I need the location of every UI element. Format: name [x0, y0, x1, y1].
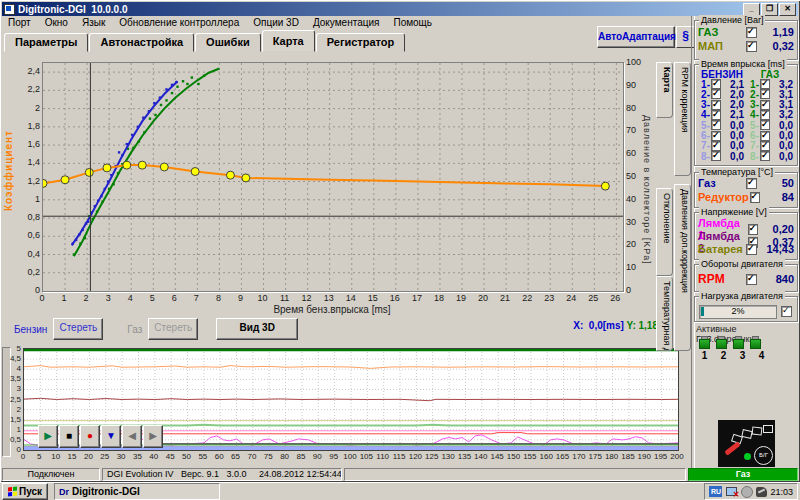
osc-y-tick: 4 [2, 364, 21, 373]
osc-x-tick: 30 [113, 452, 129, 461]
row-checkbox[interactable] [750, 192, 760, 203]
main-x-tick: 8 [208, 293, 228, 303]
play-icon[interactable]: ▶ [38, 425, 58, 448]
main-x-tick: 13 [319, 293, 339, 303]
taskbar-clock: 21:03 [770, 487, 793, 497]
pressure-group: Давление [Bar] ГАЗ 1,19 МАП 0,32 [694, 20, 798, 60]
load-checkbox[interactable] [781, 306, 792, 317]
tab-3[interactable]: Карта [262, 30, 315, 52]
tray-circle-icon[interactable] [741, 486, 753, 498]
main-y-tick-left: 0,2 [14, 267, 40, 277]
menu-item-4[interactable]: Опции 3D [253, 17, 299, 28]
network-disconnected-icon[interactable]: ✕ [725, 486, 738, 497]
side-tab-outer-0[interactable]: RPM коррекция [674, 62, 691, 176]
pressure-map-checkbox[interactable] [746, 41, 757, 52]
menu-item-3[interactable]: Обновление контроллера [119, 17, 239, 28]
menu-item-5[interactable]: Документация [313, 17, 380, 28]
osc-x-tick: 140 [473, 452, 489, 461]
rpm-value: 840 [758, 273, 794, 285]
osc-x-tick: 150 [506, 452, 522, 461]
osc-y-tick: 2,5 [2, 395, 21, 404]
injector-icon [749, 336, 760, 348]
erase-petrol-button[interactable]: Стереть [53, 318, 103, 340]
stop-icon[interactable]: ■ [59, 425, 79, 448]
cursor-coordinates: X: 0,0[ms] Y: 1,18 [540, 320, 658, 331]
pressure-gas-checkbox[interactable] [746, 27, 757, 38]
osc-x-tick: 80 [277, 452, 293, 461]
main-x-axis-label: Время бенз.впрыска [ms] [42, 304, 622, 315]
pressure-gas-label: ГАЗ [698, 26, 718, 38]
side-tab-outer-1[interactable]: Давления доп.коррекция [674, 184, 691, 351]
rpm-checkbox[interactable] [746, 274, 757, 285]
injector-number: 8- [697, 151, 710, 162]
start-button[interactable]: Пуск [2, 483, 48, 500]
map-correction-curve-marker [160, 163, 168, 171]
integral-icon: § [682, 29, 689, 43]
volt-rows-row-2: Батарея14,43 [698, 243, 794, 255]
injector-label: 3 [736, 350, 749, 361]
injection-checkbox[interactable] [760, 151, 770, 161]
cursor-y-value: Y: 1,18 [624, 320, 658, 331]
osc-x-tick: 65 [228, 452, 244, 461]
scroll-left-icon[interactable]: ◀ [122, 425, 142, 448]
autoadaptation-button[interactable]: АвтоАдаптация [597, 26, 675, 48]
main-y-tick-left: 2 [14, 103, 40, 113]
map-correction-curve-marker [85, 168, 93, 176]
injection-checkbox[interactable] [711, 151, 721, 161]
main-y-tick-left: 0,6 [14, 230, 40, 240]
side-tab-inner-2[interactable]: Температурная доп.коррекция [656, 276, 673, 351]
menu-item-6[interactable]: Помощь [393, 17, 432, 28]
view-3d-button[interactable]: Вид 3D [216, 318, 298, 340]
rpm-group-title: Обороты двигателя [699, 259, 785, 269]
osc-x-tick: 75 [260, 452, 276, 461]
osc-x-tick: 200 [669, 452, 685, 461]
menu-item-0[interactable]: Порт [8, 17, 31, 28]
main-y-tick-left: 2,4 [14, 66, 40, 76]
erase-gas-button[interactable]: Стереть [148, 318, 198, 340]
osc-x-tick: 115 [391, 452, 407, 461]
gauge-status-led [744, 453, 751, 460]
main-x-tick: 20 [473, 293, 493, 303]
map-chart-plot[interactable] [42, 62, 624, 292]
language-indicator[interactable]: RU [709, 486, 722, 497]
pressure-group-title: Давление [Bar] [699, 15, 765, 25]
tray-app-icon[interactable] [756, 487, 767, 497]
gas-scatter-point [176, 86, 178, 88]
record-icon[interactable]: ● [80, 425, 100, 448]
row-checkbox[interactable] [746, 244, 757, 255]
status-bar: Подключен DGI Evolution IV Верс. 9.1 3.0… [2, 468, 798, 481]
fuel-gauge-widget[interactable]: Б/Г [718, 420, 775, 467]
row-value: 14,43 [758, 243, 794, 255]
firmware-version: DGI Evolution IV Верс. 9.1 3.0.0 24.08.2… [102, 468, 342, 481]
taskbar-app-button[interactable]: Dr Digitronic-DGI [54, 483, 220, 500]
gas-scatter-point [186, 83, 188, 85]
tab-2[interactable]: Ошибки [195, 33, 261, 52]
active-injectors-group: Активные ГАЗ.форсунки 1234 [694, 324, 796, 366]
load-group-title: Нагрузка двигателя [699, 291, 785, 301]
osc-x-tick: 70 [244, 452, 260, 461]
tab-4[interactable]: Регистратор [316, 33, 406, 52]
osc-x-tick: 160 [538, 452, 554, 461]
tab-1[interactable]: Автонастройка [89, 33, 194, 52]
app-icon [4, 4, 15, 15]
row-checkbox[interactable] [746, 178, 757, 189]
injector-label: 2 [717, 350, 730, 361]
fuel-switch-button[interactable]: Б/Г [754, 446, 773, 465]
menu-item-2[interactable]: Язык [82, 17, 105, 28]
temperature-group-title: Температура [°C] [699, 167, 775, 177]
gas-scatter-point [191, 76, 193, 78]
main-y-tick-right: 20 [626, 239, 646, 249]
side-tab-inner-0[interactable]: Карта [656, 62, 673, 118]
gas-scatter-point [197, 83, 199, 85]
main-y-tick-left: 2,2 [14, 84, 40, 94]
scroll-right-icon[interactable]: ▶ [143, 425, 163, 448]
injection-time-value: 0,0 [722, 151, 746, 162]
menu-item-1[interactable]: Окно [45, 17, 68, 28]
main-y-tick-left: 0,4 [14, 249, 40, 259]
tab-0[interactable]: Параметры [4, 33, 88, 52]
osc-x-tick: 105 [358, 452, 374, 461]
download-icon[interactable]: ▼ [101, 425, 121, 448]
main-x-tick: 2 [76, 293, 96, 303]
side-tab-inner-1[interactable]: Отклонение [656, 188, 673, 276]
row-label: Газ [698, 177, 716, 189]
